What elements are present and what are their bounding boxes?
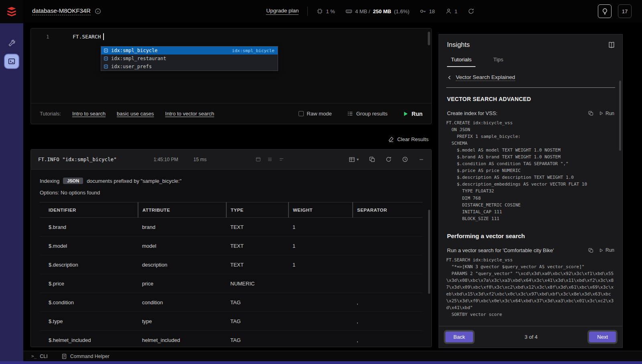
terminal-prompt-icon: >_ — [31, 354, 37, 359]
tutorial-link-basic-use-cases[interactable]: basic use cases — [117, 111, 154, 117]
info-icon[interactable] — [95, 8, 101, 14]
cli-button[interactable]: >_ CLI — [31, 354, 48, 359]
metric-refresh[interactable] — [468, 8, 474, 14]
cell-separator — [353, 218, 423, 237]
redis-logo[interactable] — [0, 0, 23, 23]
view-switcher-button[interactable]: ▾ — [349, 156, 359, 163]
cell-separator — [353, 274, 423, 293]
redis-logo-icon — [6, 6, 18, 18]
collapse-icon — [419, 157, 424, 162]
memory-total: 250 MB — [373, 8, 391, 14]
table-view-icon — [349, 156, 355, 163]
suggestion-item[interactable]: idx:smpl_restaurant — [101, 55, 278, 63]
metric-cpu[interactable]: 1 % — [317, 8, 335, 14]
notifications-button[interactable]: 17 — [618, 4, 632, 18]
back-button[interactable]: Back — [445, 332, 473, 342]
upgrade-plan-button[interactable]: Upgrade plan — [266, 8, 299, 15]
run-button[interactable]: Run — [403, 111, 423, 117]
editor-code-text: FT.SEARCH — [73, 34, 101, 40]
raw-mode-checkbox[interactable] — [299, 111, 304, 116]
metric-clients[interactable]: 1 — [445, 8, 457, 14]
suggestion-item[interactable]: idx:smpl_bicycle idx:smpl_bicycle — [101, 47, 278, 55]
suggestion-item[interactable]: idx:user_prefs — [101, 63, 278, 71]
clients-value: 1 — [455, 8, 457, 14]
clock-icon — [402, 156, 408, 162]
collapse-result-button[interactable] — [419, 157, 424, 162]
tab-tutorials[interactable]: Tutorials — [447, 57, 475, 67]
suggestion-label: idx:user_prefs — [111, 64, 152, 69]
tutorial-back-link[interactable]: Vector Search Explained — [456, 74, 515, 81]
window-view-icon[interactable] — [256, 157, 261, 162]
raw-mode-toggle[interactable]: Raw mode — [299, 111, 332, 117]
play-outline-icon — [599, 248, 603, 253]
group-results-label: Group results — [356, 111, 388, 117]
insights-title: Insights — [447, 41, 470, 49]
cell-attribute: price — [138, 274, 226, 293]
autocomplete-dropdown: idx:smpl_bicycle idx:smpl_bicycle idx:sm… — [101, 46, 278, 71]
cell-weight — [288, 312, 353, 331]
column-separator: SEPARATOR — [353, 202, 423, 218]
metric-memory[interactable]: 4 MB / 250 MB (1.6%) — [345, 8, 409, 15]
cell-weight — [288, 274, 353, 293]
cli-label: CLI — [40, 354, 47, 359]
next-button[interactable]: Next — [589, 332, 616, 342]
list-view-icon[interactable] — [267, 157, 272, 162]
compact-view-icon[interactable] — [279, 157, 284, 162]
insights-footer: Back 3 of 4 Next — [439, 326, 622, 348]
index-icon — [104, 48, 108, 53]
group-results-toggle[interactable]: Group results — [347, 111, 388, 117]
rerun-icon — [386, 156, 392, 162]
topbar: database-M8OKF34R Upgrade plan 1 % 4 MB … — [23, 0, 642, 22]
result-command: FT.INFO "idx:smpl_bicycle" — [38, 156, 117, 162]
workbench-tile — [5, 55, 18, 68]
divider — [446, 87, 615, 88]
tutorials-label: Tutorials: — [40, 111, 61, 117]
raw-mode-label: Raw mode — [307, 111, 332, 117]
cell-separator: , — [353, 293, 423, 312]
create-index-code: FT.CREATE idx:bicycle_vss ON JSON PREFIX… — [446, 119, 615, 222]
clear-results-button[interactable]: Clear Results — [388, 136, 432, 142]
profile-command-button[interactable] — [402, 156, 408, 162]
cpu-icon — [317, 8, 323, 14]
snippet-run-button[interactable]: Run — [599, 247, 614, 253]
cell-identifier: $.model — [40, 237, 138, 255]
rerun-command-button[interactable] — [386, 156, 392, 162]
editor-scrollbar[interactable] — [428, 32, 430, 45]
sidebar-item-browser[interactable] — [0, 34, 23, 52]
tab-tips[interactable]: Tips — [489, 57, 507, 67]
tutorial-link-intro-to-vector-search[interactable]: Intro to vector search — [165, 111, 214, 117]
cell-type: TEXT — [226, 237, 288, 255]
index-icon — [104, 64, 108, 69]
snippet-copy-button[interactable] — [588, 111, 593, 116]
result-card-body: Indexing JSON documents prefixed by "sam… — [31, 170, 431, 347]
wrench-icon — [8, 39, 16, 47]
snippet-run-label: Run — [605, 111, 614, 116]
cell-attribute: type — [138, 312, 226, 331]
bulb-icon — [601, 8, 608, 15]
table-row: $.price price NUMERIC — [40, 274, 423, 293]
table-row: $.model model TEXT 1 — [40, 237, 423, 255]
metric-keys[interactable]: 18 — [420, 8, 435, 14]
tutorial-breadcrumb: Vector Search Explained — [439, 67, 622, 81]
query-editor[interactable]: 1 FT.SEARCH idx:smpl_bicycle idx:smpl_bi… — [31, 28, 431, 103]
cpu-value: 1 % — [326, 8, 335, 14]
result-scrollbar[interactable] — [428, 210, 430, 294]
snippet-run-button[interactable]: Run — [599, 111, 614, 116]
indexing-summary: Indexing JSON documents prefixed by "sam… — [40, 178, 423, 184]
guide-book-icon[interactable] — [608, 41, 615, 49]
pagination-status: 3 of 4 — [473, 334, 589, 340]
bottom-accent-bar — [0, 361, 642, 364]
command-helper-button[interactable]: Command Helper — [61, 354, 110, 359]
insights-trigger-button[interactable] — [598, 4, 612, 18]
memory-used: 4 MB / — [355, 8, 370, 14]
keys-value: 18 — [429, 8, 435, 14]
copy-command-button[interactable] — [369, 156, 375, 162]
cell-type: TEXT — [226, 218, 288, 237]
insights-scrollbar[interactable] — [619, 81, 621, 151]
snippet-copy-button[interactable] — [588, 248, 593, 253]
sidebar-item-workbench[interactable] — [0, 52, 23, 71]
duration-badge: 15 ms — [193, 157, 207, 162]
database-name[interactable]: database-M8OKF34R — [32, 7, 91, 15]
tutorial-link-intro-to-search[interactable]: Intro to search — [72, 111, 106, 117]
cell-separator: , — [353, 331, 423, 348]
